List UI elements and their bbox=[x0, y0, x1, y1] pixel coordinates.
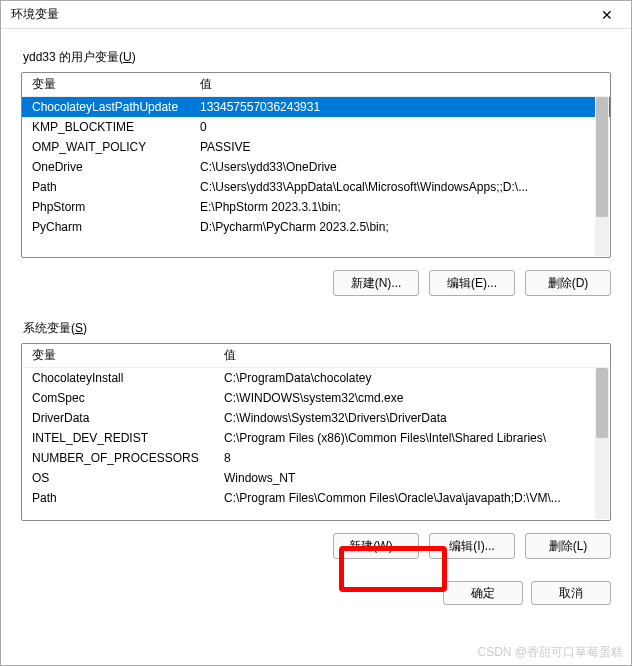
list-row[interactable]: OneDrive C:\Users\ydd33\OneDrive bbox=[22, 157, 610, 177]
system-list-header: 变量 值 bbox=[22, 344, 610, 368]
close-icon[interactable]: ✕ bbox=[591, 3, 623, 27]
col-header-var[interactable]: 变量 bbox=[22, 76, 190, 93]
list-row[interactable]: ComSpec C:\WINDOWS\system32\cmd.exe bbox=[22, 388, 610, 408]
system-new-button[interactable]: 新建(W)... bbox=[333, 533, 419, 559]
scrollbar-thumb[interactable] bbox=[596, 97, 608, 217]
col-header-var[interactable]: 变量 bbox=[22, 347, 214, 364]
system-buttons: 新建(W)... 编辑(I)... 删除(L) bbox=[21, 533, 611, 559]
system-vars-label: 系统变量(S) bbox=[21, 320, 611, 337]
list-row[interactable]: Path C:\Program Files\Common Files\Oracl… bbox=[22, 488, 610, 508]
list-row[interactable]: DriverData C:\Windows\System32\Drivers\D… bbox=[22, 408, 610, 428]
list-row[interactable]: KMP_BLOCKTIME 0 bbox=[22, 117, 610, 137]
user-delete-button[interactable]: 删除(D) bbox=[525, 270, 611, 296]
user-list-header: 变量 值 bbox=[22, 73, 610, 97]
list-row[interactable]: Path C:\Users\ydd33\AppData\Local\Micros… bbox=[22, 177, 610, 197]
user-buttons: 新建(N)... 编辑(E)... 删除(D) bbox=[21, 270, 611, 296]
dialog-title: 环境变量 bbox=[11, 6, 59, 23]
scrollbar[interactable] bbox=[595, 368, 609, 519]
user-new-button[interactable]: 新建(N)... bbox=[333, 270, 419, 296]
system-list-body: ChocolateyInstall C:\ProgramData\chocola… bbox=[22, 368, 610, 520]
user-vars-list[interactable]: 变量 值 ChocolateyLastPathUpdate 1334575570… bbox=[21, 72, 611, 258]
titlebar: 环境变量 ✕ bbox=[1, 1, 631, 29]
user-vars-label: ydd33 的用户变量(U) bbox=[21, 49, 611, 66]
user-list-body: ChocolateyLastPathUpdate 133457557036243… bbox=[22, 97, 610, 257]
list-row[interactable]: ChocolateyInstall C:\ProgramData\chocola… bbox=[22, 368, 610, 388]
dialog-content: ydd33 的用户变量(U) 变量 值 ChocolateyLastPathUp… bbox=[1, 29, 631, 615]
list-row[interactable]: PhpStorm E:\PhpStorm 2023.3.1\bin; bbox=[22, 197, 610, 217]
watermark: CSDN @香甜可口草莓蛋糕 bbox=[477, 644, 623, 661]
system-edit-button[interactable]: 编辑(I)... bbox=[429, 533, 515, 559]
list-row[interactable]: OMP_WAIT_POLICY PASSIVE bbox=[22, 137, 610, 157]
scrollbar-thumb[interactable] bbox=[596, 368, 608, 438]
ok-button[interactable]: 确定 bbox=[443, 581, 523, 605]
list-row[interactable]: PyCharm D:\Pycharm\PyCharm 2023.2.5\bin; bbox=[22, 217, 610, 237]
scrollbar[interactable] bbox=[595, 97, 609, 256]
system-vars-list[interactable]: 变量 值 ChocolateyInstall C:\ProgramData\ch… bbox=[21, 343, 611, 521]
list-row[interactable]: INTEL_DEV_REDIST C:\Program Files (x86)\… bbox=[22, 428, 610, 448]
env-vars-dialog: 环境变量 ✕ ydd33 的用户变量(U) 变量 值 ChocolateyLas… bbox=[0, 0, 632, 666]
cancel-button[interactable]: 取消 bbox=[531, 581, 611, 605]
col-header-val[interactable]: 值 bbox=[190, 76, 610, 93]
user-edit-button[interactable]: 编辑(E)... bbox=[429, 270, 515, 296]
list-row[interactable]: ChocolateyLastPathUpdate 133457557036243… bbox=[22, 97, 610, 117]
system-delete-button[interactable]: 删除(L) bbox=[525, 533, 611, 559]
col-header-val[interactable]: 值 bbox=[214, 347, 610, 364]
list-row[interactable]: NUMBER_OF_PROCESSORS 8 bbox=[22, 448, 610, 468]
footer-buttons: 确定 取消 bbox=[21, 569, 611, 605]
list-row[interactable]: OS Windows_NT bbox=[22, 468, 610, 488]
